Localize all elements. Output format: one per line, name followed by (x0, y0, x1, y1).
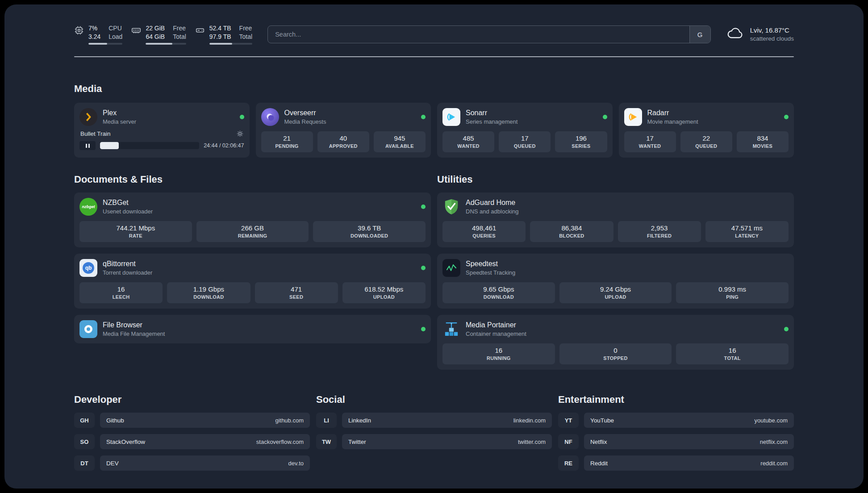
cpu-percent: 7% (88, 24, 100, 32)
stat-label: UPLOAD (561, 294, 670, 300)
stat-label: FILTERED (620, 233, 699, 238)
section-title-entertainment: Entertainment (558, 394, 794, 405)
filebrowser-icon (79, 320, 97, 338)
link-stackoverflow[interactable]: SO StackOverflow stackoverflow.com (74, 434, 310, 449)
stat-value: 86,384 (532, 224, 611, 232)
stat-value: 485 (444, 134, 492, 142)
stat-leech: 16 LEECH (79, 282, 163, 303)
link-twitter[interactable]: TW Twitter twitter.com (316, 434, 552, 449)
section-title-documents: Documents & Files (74, 174, 431, 185)
link-name: Reddit (590, 460, 608, 467)
stat-value: 498,461 (444, 224, 524, 232)
stat-value: 1.19 Gbps (169, 285, 248, 293)
stat-label: PENDING (263, 143, 311, 149)
stat-value: 16 (678, 347, 787, 354)
utilities-section: Utilities (437, 174, 794, 370)
disk-monitor: 52.4 TB 97.9 TB Free Total (195, 24, 252, 44)
service-name: NZBGet (103, 198, 153, 207)
service-card-filebrowser[interactable]: File Browser Media File Management (74, 315, 431, 343)
service-card-qbittorrent[interactable]: qb qBittorrent Torrent downloader (74, 254, 431, 309)
service-card-speedtest[interactable]: Speedtest Speedtest Tracking 9.65 Gbps D… (437, 254, 794, 309)
service-name: Speedtest (466, 259, 515, 268)
memory-values: 22 GiB 64 GiB (146, 24, 165, 40)
service-desc: DNS and adblocking (466, 208, 519, 215)
stat-available: 945 AVAILABLE (374, 131, 426, 152)
service-card-portainer[interactable]: Media Portainer Container management 16 … (437, 315, 794, 370)
link-dev[interactable]: DT DEV dev.to (74, 455, 310, 471)
stat-value: 834 (739, 134, 787, 142)
stat-label: LEECH (81, 294, 161, 300)
service-desc: Usenet downloader (103, 208, 153, 215)
stat-value: 2,953 (620, 224, 699, 232)
radarr-icon (624, 108, 642, 126)
now-playing-title: Bullet Train (80, 130, 111, 137)
service-card-radarr[interactable]: Radarr Movie management 17 WANTED 22 QUE… (619, 103, 794, 158)
stat-value: 945 (376, 134, 424, 142)
section-title-utilities: Utilities (437, 174, 794, 185)
service-desc: Speedtest Tracking (466, 269, 515, 276)
stat-total: 16 TOTAL (676, 343, 789, 364)
stat-label: DOWNLOAD (444, 294, 553, 300)
stat-label: AVAILABLE (376, 143, 424, 149)
top-bar: 7% 3.24 CPU Load (74, 23, 794, 46)
link-abbr: RE (558, 455, 579, 471)
service-card-sonarr[interactable]: Sonarr Series management 485 WANTED 17 Q… (437, 103, 613, 158)
service-card-adguard[interactable]: AdGuard Home DNS and adblocking 498,461 … (437, 192, 794, 247)
media-grid: Plex Media server Bullet Train (74, 103, 794, 158)
stat-value: 618.52 Mbps (344, 285, 424, 293)
weather-location-temp: Lviv, 16.87°C (750, 26, 794, 35)
link-reddit[interactable]: RE Reddit reddit.com (558, 455, 794, 471)
link-abbr: SO (74, 434, 95, 449)
stat-value: 9.65 Gbps (444, 285, 553, 293)
status-dot (421, 115, 426, 119)
stat-value: 22 (682, 134, 730, 142)
link-url: dev.to (288, 460, 304, 467)
pause-button[interactable] (79, 141, 96, 150)
stat-wanted: 17 WANTED (624, 131, 676, 152)
stat-label: RATE (81, 233, 190, 238)
memory-monitor: 22 GiB 64 GiB Free Total (131, 24, 186, 44)
stat-queued: 22 QUEUED (680, 131, 732, 152)
link-youtube[interactable]: YT YouTube youtube.com (558, 413, 794, 428)
link-url: stackoverflow.com (256, 439, 304, 445)
cpu-monitor: 7% 3.24 CPU Load (74, 24, 122, 44)
stat-value: 47.571 ms (707, 224, 787, 232)
memory-icon (131, 25, 141, 37)
stat-approved: 40 APPROVED (317, 131, 369, 152)
link-netflix[interactable]: NF Netflix netflix.com (558, 434, 794, 449)
link-abbr: YT (558, 413, 579, 428)
link-abbr: TW (316, 434, 337, 449)
link-linkedin[interactable]: LI LinkedIn linkedin.com (316, 413, 552, 428)
service-name: Overseerr (284, 109, 326, 117)
service-desc: Media server (103, 118, 136, 125)
service-card-overseerr[interactable]: Overseerr Media Requests 21 PENDING 40 A… (256, 103, 431, 158)
stat-value: 40 (319, 134, 367, 142)
stat-value: 266 GB (198, 224, 307, 232)
stat-filtered: 2,953 FILTERED (618, 221, 701, 242)
stat-label: TOTAL (678, 355, 787, 361)
service-card-plex[interactable]: Plex Media server Bullet Train (74, 103, 250, 158)
social-section: Social LI LinkedIn linkedin.com TW Twitt… (316, 394, 552, 455)
cpu-icon (74, 25, 84, 37)
player-settings-gear-icon[interactable] (237, 130, 243, 137)
sonarr-icon (442, 108, 460, 126)
portainer-icon (442, 320, 460, 338)
link-url: github.com (275, 417, 304, 424)
playback-progress-bar[interactable] (100, 142, 199, 149)
service-card-nzbget[interactable]: nzbget NZBGet Usenet downloader 744.21 M… (74, 192, 431, 247)
service-desc: Container management (466, 330, 526, 338)
search-input[interactable] (268, 26, 689, 43)
service-name: Radarr (647, 109, 698, 117)
dashboard: 7% 3.24 CPU Load (4, 4, 864, 489)
cpu-usage-bar (88, 43, 122, 45)
link-github[interactable]: GH Github github.com (74, 413, 310, 428)
link-url: twitter.com (518, 439, 546, 445)
plex-icon (79, 108, 97, 126)
weather-condition: scattered clouds (750, 35, 794, 43)
memory-free-label: Free (173, 24, 186, 32)
stat-value: 17 (626, 134, 674, 142)
stat-label: REMAINING (198, 233, 307, 238)
stat-label: UPLOAD (344, 294, 424, 300)
search-provider-button[interactable]: G (689, 26, 710, 43)
stat-blocked: 86,384 BLOCKED (530, 221, 613, 242)
